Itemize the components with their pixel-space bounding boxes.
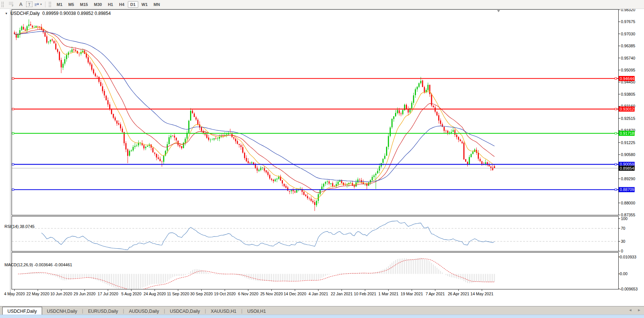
timeframe-button-m15[interactable]: M15 (78, 1, 91, 8)
rsi-indicator-label: RSI(14) 38.0745 (4, 224, 35, 229)
chart-shift-marker-icon[interactable] (497, 10, 500, 12)
line-handle[interactable] (615, 189, 617, 191)
svg-text:14 May 2021: 14 May 2021 (470, 292, 493, 296)
line-handle[interactable] (615, 77, 617, 79)
svg-text:29 Jun 2020: 29 Jun 2020 (74, 292, 96, 296)
svg-text:0.93805: 0.93805 (621, 92, 635, 96)
font-a-icon[interactable]: A (16, 1, 25, 8)
svg-text:0.010933: 0.010933 (620, 255, 637, 259)
svg-text:4 May 2020: 4 May 2020 (4, 292, 25, 296)
line-handle[interactable] (615, 163, 617, 165)
candles-layer[interactable] (14, 19, 495, 211)
svg-text:0.89290: 0.89290 (621, 177, 635, 181)
grid-f-icon[interactable]: F (7, 1, 16, 8)
symbol-dropdown-icon[interactable]: ▼ (5, 12, 8, 15)
svg-text:0.88709: 0.88709 (620, 187, 634, 192)
timeframe-button-h1[interactable]: H1 (105, 1, 116, 8)
svg-text:0.97030: 0.97030 (621, 32, 635, 36)
main-panel-border (12, 9, 619, 215)
line-handle[interactable] (12, 163, 14, 165)
macd-panel-border (12, 252, 619, 289)
svg-text:0.98320: 0.98320 (621, 9, 635, 12)
svg-text:0: 0 (621, 249, 623, 253)
rsi-line[interactable] (41, 221, 495, 250)
text-box-icon[interactable]: T (26, 1, 32, 7)
timeframe-button-group: M1M5M15M30H1H4D1W1MN (54, 1, 163, 8)
chart-title: ▼ USDCHF,Daily 0.89959 0.90038 0.89852 0… (5, 11, 111, 16)
bottom-window-strip (0, 315, 644, 318)
svg-text:10 Jun 2020: 10 Jun 2020 (50, 292, 72, 296)
svg-text:6 Nov 2020: 6 Nov 2020 (238, 292, 259, 296)
svg-text:0.94644: 0.94644 (620, 76, 634, 81)
svg-text:0.00: 0.00 (620, 271, 628, 276)
svg-text:5 Aug 2020: 5 Aug 2020 (121, 292, 141, 296)
timeframe-button-m30[interactable]: M30 (91, 1, 104, 8)
svg-text:10 Feb 2021: 10 Feb 2021 (354, 292, 376, 296)
timeframe-button-d1[interactable]: D1 (128, 1, 138, 8)
timeframe-button-m1[interactable]: M1 (54, 1, 65, 8)
svg-text:0.96385: 0.96385 (621, 44, 635, 48)
svg-text:0.88000: 0.88000 (621, 201, 635, 205)
toolbar-separator (45, 1, 45, 7)
line-handle[interactable] (615, 133, 617, 134)
svg-text:1 Mar 2021: 1 Mar 2021 (378, 292, 398, 296)
chart-tab-xauusd[interactable]: XAUUSD,H1 (206, 308, 242, 315)
cycle-arrows-glyph (34, 2, 40, 7)
svg-text:24 Aug 2020: 24 Aug 2020 (143, 292, 166, 296)
svg-text:30 Sep 2020: 30 Sep 2020 (190, 292, 213, 296)
chart-tab-usdchf[interactable]: USDCHF,Daily (2, 307, 42, 315)
svg-text:0.97675: 0.97675 (621, 19, 635, 24)
date-axis[interactable]: 4 May 202022 May 202010 Jun 202029 Jun 2… (4, 289, 493, 296)
svg-text:7 Apr 2021: 7 Apr 2021 (426, 292, 445, 296)
svg-text:30: 30 (621, 239, 625, 244)
timeframe-button-m5[interactable]: M5 (66, 1, 76, 8)
timeframe-button-mn[interactable]: MN (151, 1, 162, 8)
chart-tab-usdcnh[interactable]: USDCNH,Daily (42, 308, 82, 315)
chart-tab-eurusd[interactable]: EURUSD,Daily (83, 308, 123, 315)
top-toolbar: F A T ▾ M1M5M15M30H1H4D1W1MN (0, 0, 644, 9)
chart-area[interactable]: 0.983200.976750.970300.963850.957400.950… (0, 9, 644, 306)
macd-signal-line[interactable] (18, 259, 494, 291)
line-handle[interactable] (12, 108, 14, 110)
svg-text:70: 70 (621, 226, 625, 230)
tabs-scroll-right-icon[interactable]: ► (637, 308, 641, 312)
svg-text:19 Mar 2021: 19 Mar 2021 (401, 292, 423, 296)
chart-symbol-label: USDCHF,Daily (10, 11, 40, 16)
line-handle[interactable] (12, 77, 14, 79)
chart-tab-audusd[interactable]: AUDUSD,Daily (124, 308, 164, 315)
svg-text:F: F (12, 4, 13, 7)
svg-text:0.91718: 0.91718 (620, 131, 634, 136)
price-axis[interactable]: 0.983200.976750.970300.963850.957400.950… (618, 9, 638, 291)
timeframe-button-h4[interactable]: H4 (116, 1, 127, 8)
timeframe-button-w1[interactable]: W1 (139, 1, 151, 8)
svg-text:26 Apr 2021: 26 Apr 2021 (448, 292, 470, 296)
svg-text:-0.009653: -0.009653 (620, 287, 638, 291)
grid-f-icon-glyph: F (9, 1, 14, 7)
svg-text:0.92515: 0.92515 (621, 116, 635, 121)
toolbar-drag-handle[interactable] (1, 1, 4, 7)
svg-text:100: 100 (621, 216, 628, 221)
chart-tab-usoil[interactable]: USOil,H1 (242, 308, 271, 315)
chart-ohlc-values: 0.89959 0.90038 0.89852 0.89854 (42, 11, 111, 16)
svg-text:14 Dec 2020: 14 Dec 2020 (284, 292, 306, 296)
svg-text:0.93012: 0.93012 (620, 107, 634, 111)
svg-text:25 Nov 2020: 25 Nov 2020 (260, 292, 283, 296)
svg-text:0.95095: 0.95095 (621, 68, 635, 72)
svg-text:0.89854: 0.89854 (620, 166, 634, 171)
cycle-arrows-icon[interactable]: ▾ (33, 1, 43, 8)
line-handle[interactable] (12, 133, 14, 134)
svg-text:4 Jan 2021: 4 Jan 2021 (309, 292, 328, 296)
price-chart-svg[interactable]: 0.983200.976750.970300.963850.957400.950… (0, 9, 644, 306)
timeframe-drag-handle[interactable] (48, 1, 52, 7)
chart-tabs-bar: USDCHF,DailyUSDCNH,Daily|EURUSD,Daily|AU… (0, 306, 644, 315)
line-handle[interactable] (615, 108, 617, 110)
svg-text:0.95740: 0.95740 (621, 56, 635, 60)
line-handle[interactable] (12, 189, 14, 191)
svg-text:22 May 2020: 22 May 2020 (26, 292, 50, 296)
svg-text:0.90580: 0.90580 (621, 152, 635, 157)
svg-text:0.91225: 0.91225 (621, 140, 635, 145)
svg-text:11 Sep 2020: 11 Sep 2020 (167, 292, 189, 296)
chart-tab-usdcad[interactable]: USDCAD,Daily (165, 308, 205, 315)
dropdown-caret-icon: ▾ (40, 3, 42, 6)
tabs-scroll-left-icon[interactable]: ◄ (628, 308, 632, 312)
